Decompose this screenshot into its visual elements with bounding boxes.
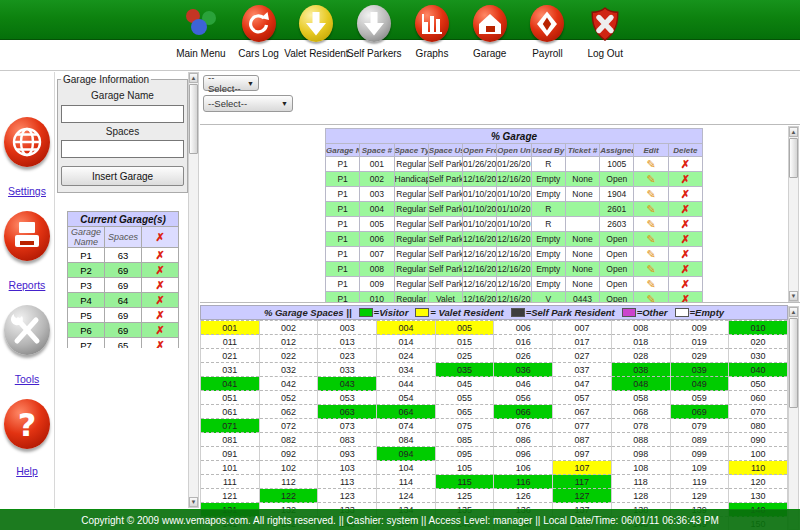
space-grid-cell[interactable]: 020: [729, 335, 788, 349]
space-grid-cell[interactable]: 089: [670, 433, 729, 447]
space-grid-cell[interactable]: 047: [553, 377, 612, 391]
space-grid-cell[interactable]: 087: [553, 433, 612, 447]
space-grid-cell[interactable]: 104: [377, 461, 436, 475]
garage-table-col-header[interactable]: Edit: [634, 144, 668, 157]
space-grid-cell[interactable]: 067: [553, 405, 612, 419]
tools-icon[interactable]: [4, 305, 50, 355]
space-grid-cell[interactable]: 106: [494, 461, 553, 475]
space-grid-cell[interactable]: 081: [201, 433, 260, 447]
space-grid-cell[interactable]: 035: [435, 363, 494, 377]
delete-space-icon[interactable]: ✗: [668, 247, 702, 262]
space-grid-cell[interactable]: 079: [670, 419, 729, 433]
left-panel-scrollbar[interactable]: ▲ ▼: [188, 72, 199, 508]
space-grid-cell[interactable]: 117: [553, 475, 612, 489]
detail-scrollbar-thumb[interactable]: [789, 138, 798, 178]
space-grid-cell[interactable]: 006: [494, 321, 553, 335]
edit-space-icon[interactable]: ✎: [634, 232, 668, 247]
space-grid-cell[interactable]: 044: [377, 377, 436, 391]
space-grid-cell[interactable]: 092: [259, 447, 318, 461]
map-scrollbar-thumb[interactable]: [789, 318, 798, 408]
edit-space-icon[interactable]: ✎: [634, 262, 668, 277]
space-grid-cell[interactable]: 070: [729, 405, 788, 419]
garage-table-col-header[interactable]: Open Until: [497, 144, 531, 157]
space-grid-cell[interactable]: 123: [318, 489, 377, 503]
space-grid-cell[interactable]: 002: [259, 321, 318, 335]
space-grid-cell[interactable]: 073: [318, 419, 377, 433]
delete-space-icon[interactable]: ✗: [668, 262, 702, 277]
left-scrollbar-thumb[interactable]: [189, 84, 198, 154]
space-grid-cell[interactable]: 101: [201, 461, 260, 475]
printer-icon[interactable]: [4, 211, 50, 261]
delete-garage-icon[interactable]: ✗: [142, 338, 179, 349]
space-grid-cell[interactable]: 122: [259, 489, 318, 503]
space-grid-cell[interactable]: 098: [611, 447, 670, 461]
space-grid-cell[interactable]: 100: [729, 447, 788, 461]
space-grid-cell[interactable]: 060: [729, 391, 788, 405]
edit-space-icon[interactable]: ✎: [634, 172, 668, 187]
space-grid-cell[interactable]: 091: [201, 447, 260, 461]
space-grid-cell[interactable]: 018: [611, 335, 670, 349]
space-grid-cell[interactable]: 118: [611, 475, 670, 489]
edit-space-icon[interactable]: ✎: [634, 292, 668, 304]
garage-table-col-header[interactable]: Garage Name: [326, 144, 360, 157]
space-grid-cell[interactable]: 071: [201, 419, 260, 433]
nav-item-payroll[interactable]: Payroll: [519, 5, 577, 59]
delete-garage-icon[interactable]: ✗: [142, 278, 179, 293]
garage-table-col-header[interactable]: Ticket #: [565, 144, 599, 157]
space-grid-cell[interactable]: 113: [318, 475, 377, 489]
nav-item-self-parkers[interactable]: Self Parkers: [345, 5, 403, 59]
space-grid-cell[interactable]: 010: [729, 321, 788, 335]
space-grid-cell[interactable]: 063: [318, 405, 377, 419]
space-grid-cell[interactable]: 062: [259, 405, 318, 419]
space-grid-cell[interactable]: 105: [435, 461, 494, 475]
sidebar-link-reports[interactable]: Reports: [9, 279, 46, 291]
space-grid-cell[interactable]: 080: [729, 419, 788, 433]
question-icon[interactable]: ?: [4, 399, 50, 449]
delete-space-icon[interactable]: ✗: [668, 172, 702, 187]
delete-space-icon[interactable]: ✗: [668, 232, 702, 247]
space-grid-cell[interactable]: 014: [377, 335, 436, 349]
edit-space-icon[interactable]: ✎: [634, 187, 668, 202]
space-grid-cell[interactable]: 015: [435, 335, 494, 349]
space-grid-cell[interactable]: 003: [318, 321, 377, 335]
sidebar-link-settings[interactable]: Settings: [8, 185, 46, 197]
space-grid-cell[interactable]: 013: [318, 335, 377, 349]
space-grid-cell[interactable]: 107: [553, 461, 612, 475]
nav-item-valet-resident[interactable]: Valet Resident: [287, 5, 345, 59]
scroll-up-icon[interactable]: ▲: [189, 73, 198, 83]
space-grid-cell[interactable]: 053: [318, 391, 377, 405]
space-grid-cell[interactable]: 001: [201, 321, 260, 335]
space-grid-cell[interactable]: 082: [259, 433, 318, 447]
garage-table-col-header[interactable]: Space Type: [394, 144, 428, 157]
scroll-down-icon[interactable]: ▼: [789, 291, 798, 301]
delete-garage-icon[interactable]: ✗: [142, 248, 179, 263]
space-grid-cell[interactable]: 127: [553, 489, 612, 503]
space-grid-cell[interactable]: 085: [435, 433, 494, 447]
nav-item-garage[interactable]: Garage: [461, 5, 519, 59]
space-grid-cell[interactable]: 022: [259, 349, 318, 363]
globe-icon[interactable]: [4, 117, 50, 167]
space-grid-cell[interactable]: 057: [553, 391, 612, 405]
space-grid-cell[interactable]: 009: [670, 321, 729, 335]
space-grid-cell[interactable]: 016: [494, 335, 553, 349]
delete-garage-icon[interactable]: ✗: [142, 263, 179, 278]
nav-item-log-out[interactable]: Log Out: [576, 5, 634, 59]
space-grid-cell[interactable]: 064: [377, 405, 436, 419]
delete-garage-icon[interactable]: ✗: [142, 308, 179, 323]
space-grid-cell[interactable]: 051: [201, 391, 260, 405]
space-grid-cell[interactable]: 110: [729, 461, 788, 475]
insert-garage-button[interactable]: Insert Garage: [61, 166, 184, 186]
space-grid-cell[interactable]: 036: [494, 363, 553, 377]
garage-table-col-header[interactable]: Space Use: [428, 144, 462, 157]
space-grid-cell[interactable]: 068: [611, 405, 670, 419]
space-grid-cell[interactable]: 114: [377, 475, 436, 489]
garage-select[interactable]: --Select-- ▼: [203, 75, 259, 91]
space-grid-cell[interactable]: 126: [494, 489, 553, 503]
space-grid-cell[interactable]: 102: [259, 461, 318, 475]
garage-name-input[interactable]: [61, 105, 184, 123]
space-grid-cell[interactable]: 116: [494, 475, 553, 489]
space-grid-cell[interactable]: 095: [435, 447, 494, 461]
space-grid-cell[interactable]: 066: [494, 405, 553, 419]
space-grid-cell[interactable]: 075: [435, 419, 494, 433]
space-grid-cell[interactable]: 099: [670, 447, 729, 461]
